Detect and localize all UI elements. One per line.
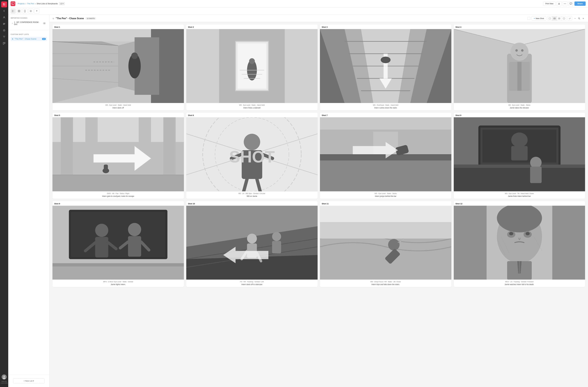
scene-title-icon: ⊕ xyxy=(52,17,54,20)
project-link[interactable]: The Pen xyxy=(27,2,34,5)
svg-rect-41 xyxy=(565,19,565,19)
user-icon-btn[interactable] xyxy=(1,14,7,20)
more-btn[interactable] xyxy=(563,1,567,6)
shot-3-title: Shot 3 xyxy=(320,24,451,29)
svg-rect-10 xyxy=(3,42,4,45)
shot-1-title: Shot 1 xyxy=(52,24,184,29)
new-shot-btn[interactable]: + New Shot xyxy=(532,16,546,21)
new-list-btn[interactable]: + New List ▾ xyxy=(13,378,45,384)
grid-view-btn[interactable] xyxy=(17,9,21,14)
svg-rect-34 xyxy=(559,18,560,18)
settings-btn[interactable] xyxy=(28,9,33,14)
scene-badge: 0 xyxy=(43,22,46,24)
svg-point-17 xyxy=(564,3,565,4)
shot-11-desc: Intern trips and falls down the stairs. xyxy=(322,283,450,286)
shot-9-image xyxy=(52,206,184,280)
shot-4-image xyxy=(454,29,585,103)
zoom-in-btn[interactable]: + xyxy=(582,17,585,20)
svg-point-138 xyxy=(128,223,141,236)
svg-rect-24 xyxy=(19,10,20,11)
shot-card-6[interactable]: Shot 6 xyxy=(186,113,318,199)
shot-2-desc: Intern finds a stairwell xyxy=(188,107,316,109)
shot-grid-container: Shot 1 xyxy=(49,22,588,387)
breadcrumb: Projects › The Pen › Shot Lists & Storyb… xyxy=(18,2,58,5)
scene-list-icon: ≡ xyxy=(12,22,13,24)
svg-rect-40 xyxy=(565,18,565,18)
select-all-checkbox[interactable] xyxy=(527,17,530,20)
shot-11-image xyxy=(320,206,451,280)
svg-point-19 xyxy=(566,3,566,4)
shot-7-desc: Intern jumps behind the bar xyxy=(322,195,450,197)
svg-point-16 xyxy=(12,3,13,4)
back-icon-btn[interactable] xyxy=(1,8,7,14)
svg-point-134 xyxy=(95,224,108,237)
scene-icon-btn[interactable] xyxy=(1,27,7,33)
shot-card-2[interactable]: Shot 2 xyxy=(186,24,318,110)
svg-point-28 xyxy=(25,12,25,12)
shot-1-image xyxy=(52,29,184,103)
shot-card-8[interactable]: Shot 8 xyxy=(454,113,585,199)
print-view-btn[interactable]: Print View xyxy=(543,1,556,6)
view-single-btn[interactable] xyxy=(547,16,552,21)
link-btn[interactable] xyxy=(568,16,572,21)
shot-card-3[interactable]: Shot 3 xyxy=(320,24,451,110)
list-view-btn[interactable] xyxy=(11,9,16,14)
custom-shot-list-item[interactable]: ⊕ "The Pen" - Chase Scene 12 xyxy=(11,37,47,41)
zoom-out-btn[interactable]: − xyxy=(573,17,577,20)
board-icon-btn[interactable] xyxy=(1,40,7,46)
download-btn[interactable] xyxy=(557,1,562,6)
mobile-view-btn[interactable] xyxy=(22,9,27,14)
svg-point-83 xyxy=(510,43,528,61)
svg-rect-154 xyxy=(272,241,281,253)
version-badge[interactable]: v2 ▾ xyxy=(59,2,65,5)
comment-btn[interactable] xyxy=(568,1,573,6)
shot-7-specs: WS · Eye Level · Static · Sticks xyxy=(322,193,450,194)
shot-12-specs: MCU · LA · Tracking · Gimbal / Forward xyxy=(456,281,584,283)
shot-4-specs: MS · Eye Level · Static · Sticks xyxy=(456,104,584,106)
shot-card-1[interactable]: Shot 1 xyxy=(52,24,184,110)
shot-card-10[interactable]: Shot 10 xyxy=(186,201,318,287)
shot-card-4[interactable]: Shot 4 xyxy=(454,24,585,110)
list-icon-btn[interactable] xyxy=(1,21,7,27)
shot-8-title: Shot 8 xyxy=(454,113,585,117)
help-btn[interactable]: ? xyxy=(34,9,39,14)
svg-rect-165 xyxy=(552,206,585,280)
zoom-controls: − + xyxy=(573,17,585,20)
custom-shot-lists-title: CUSTOM SHOT LISTS xyxy=(11,33,47,35)
svg-point-76 xyxy=(381,57,391,63)
shot-card-7[interactable]: Shot 7 xyxy=(320,113,451,199)
user-avatar[interactable] xyxy=(2,374,7,380)
filter-icon-btn[interactable] xyxy=(1,34,7,40)
shot-card-9[interactable]: Shot 9 xyxy=(52,201,184,287)
svg-rect-126 xyxy=(511,146,527,160)
svg-rect-5 xyxy=(3,23,5,23)
scene-item[interactable]: ≡ 1 · INT. CONFERENCE ROOM · DAY 0 xyxy=(11,20,47,26)
shot-2-title: Shot 2 xyxy=(186,24,318,29)
shot-5-image xyxy=(52,117,184,191)
scene-label: 1 · INT. CONFERENCE ROOM · DAY xyxy=(14,21,42,25)
svg-point-149 xyxy=(247,233,257,243)
svg-rect-36 xyxy=(559,19,560,19)
shot-5-title: Shot 5 xyxy=(52,113,184,117)
shot-card-11[interactable]: Shot 11 xyxy=(320,201,451,287)
svg-rect-127 xyxy=(454,167,585,191)
shot-card-12[interactable]: Shot 12 xyxy=(454,201,585,287)
shot-9-title: Shot 9 xyxy=(52,201,184,206)
home-icon-btn[interactable] xyxy=(1,1,7,7)
svg-rect-94 xyxy=(52,175,184,191)
view-compact-btn[interactable] xyxy=(552,16,557,21)
zoom-search-btn[interactable] xyxy=(577,17,581,20)
svg-rect-25 xyxy=(18,11,19,12)
svg-rect-23 xyxy=(18,10,19,11)
share-btn[interactable]: Share xyxy=(574,1,586,6)
svg-rect-20 xyxy=(570,3,572,4)
svg-rect-161 xyxy=(320,222,451,238)
shot-card-5[interactable]: Shot 5 xyxy=(52,113,184,199)
view-film-btn[interactable] xyxy=(562,16,566,21)
projects-link[interactable]: Projects xyxy=(18,2,25,5)
shot-10-specs: FS · HA · Tracking · Gimbal / Left xyxy=(188,281,316,283)
imported-scenes-title: IMPORTED SCENES xyxy=(11,17,47,19)
view-grid-sm-btn[interactable] xyxy=(557,16,562,21)
svg-rect-21 xyxy=(12,10,13,11)
scene-title: "The Pen" - Chase Scene xyxy=(56,17,84,20)
